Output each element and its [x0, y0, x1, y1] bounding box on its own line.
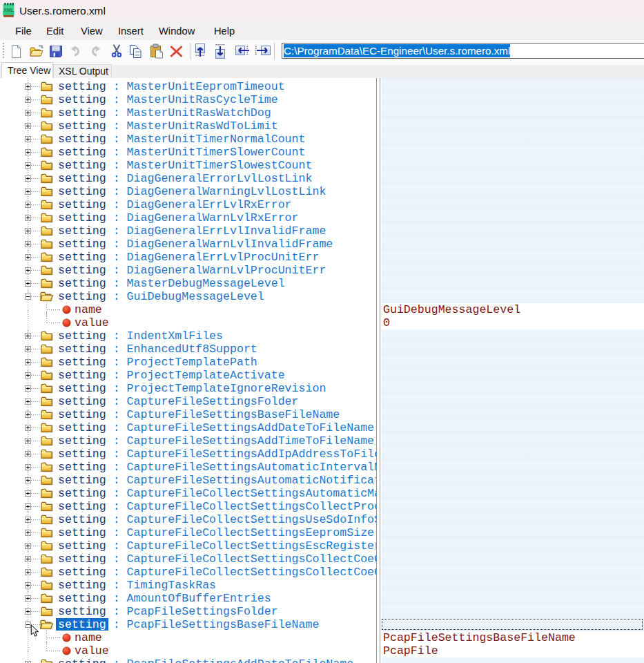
svg-text:XML: XML [3, 7, 14, 13]
